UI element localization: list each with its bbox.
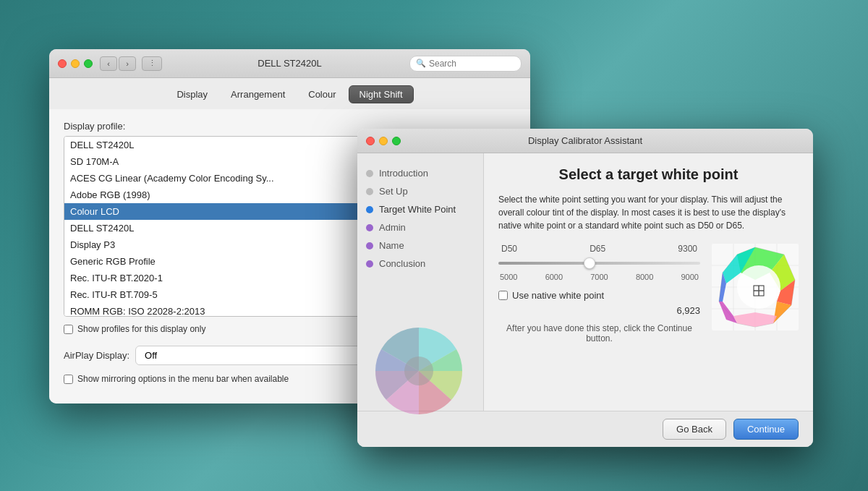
go-back-button[interactable]: Go Back <box>663 419 726 440</box>
tab-display[interactable]: Display <box>166 85 218 103</box>
search-box[interactable]: 🔍 <box>409 56 522 72</box>
step-admin: Admin <box>366 222 475 233</box>
cal-minimize-button[interactable] <box>379 137 388 145</box>
airplay-label: AirPlay Display: <box>64 350 129 361</box>
cal-page-title: Select a target white point <box>498 166 799 183</box>
forward-arrow[interactable]: › <box>119 56 136 71</box>
cal-sidebar: Introduction Set Up Target White Point A… <box>357 153 484 411</box>
cal-traffic-lights <box>366 137 401 145</box>
traffic-lights <box>58 59 93 68</box>
calibrator-window: Display Calibrator Assistant <box>357 129 813 447</box>
svg-point-0 <box>404 356 433 385</box>
minimize-button[interactable] <box>71 59 80 68</box>
native-wp-row: Use native white point <box>498 290 700 301</box>
maximize-button[interactable] <box>84 59 93 68</box>
tick-5000: 5000 <box>500 273 517 281</box>
step-label-introduction: Introduction <box>379 168 428 179</box>
wp-top-labels: D50 D65 9300 <box>498 244 700 254</box>
show-profiles-checkbox[interactable] <box>64 325 73 334</box>
search-icon: 🔍 <box>416 59 426 68</box>
label-9300: 9300 <box>678 244 697 254</box>
step-dot-intro <box>366 170 373 177</box>
cal-window-title: Display Calibrator Assistant <box>528 135 642 146</box>
tick-6000: 6000 <box>545 273 563 281</box>
cal-close-button[interactable] <box>366 137 375 145</box>
white-point-slider[interactable] <box>498 262 700 265</box>
close-button[interactable] <box>58 59 67 68</box>
white-point-section: D50 D65 9300 5000 6000 7000 8000 9000 <box>498 244 799 343</box>
step-dot-name <box>366 242 373 249</box>
continue-button[interactable]: Continue <box>733 419 799 440</box>
tab-colour[interactable]: Colour <box>297 85 346 103</box>
cal-titlebar: Display Calibrator Assistant <box>357 129 813 153</box>
mirroring-checkbox[interactable] <box>64 375 73 384</box>
step-label-conclusion: Conclusion <box>379 258 425 269</box>
mirroring-label: Show mirroring options in the menu bar w… <box>77 374 289 384</box>
step-label-setup: Set Up <box>379 186 408 197</box>
wp-slider-track <box>498 257 700 270</box>
step-label-name: Name <box>379 240 404 251</box>
cal-maximize-button[interactable] <box>392 137 401 145</box>
step-name: Name <box>366 240 475 251</box>
cal-main: Select a target white point Select the w… <box>484 153 813 411</box>
back-arrow[interactable]: ‹ <box>100 56 117 71</box>
search-input[interactable] <box>429 59 515 69</box>
native-wp-checkbox[interactable] <box>498 291 508 300</box>
cie-diagram <box>712 244 799 330</box>
label-d65: D65 <box>590 244 605 254</box>
step-dot-twp <box>366 206 373 213</box>
step-conclusion: Conclusion <box>366 258 475 269</box>
color-wheel-decoration <box>365 317 473 425</box>
native-wp-label: Use native white point <box>512 290 604 301</box>
cal-description: Select the white point setting you want … <box>498 193 799 232</box>
prefs-titlebar: ‹ › ⋮ DELL ST2420L 🔍 <box>49 49 530 78</box>
after-step-text: After you have done this step, click the… <box>498 323 700 343</box>
tick-9000: 9000 <box>681 273 699 281</box>
grid-icon[interactable]: ⋮ <box>142 56 162 71</box>
step-target-white-point: Target White Point <box>366 204 475 215</box>
step-dot-setup <box>366 188 373 195</box>
step-label-twp: Target White Point <box>379 204 456 215</box>
cal-body: Introduction Set Up Target White Point A… <box>357 153 813 411</box>
show-profiles-label: Show profiles for this display only <box>77 324 205 334</box>
nav-arrows: ‹ › <box>100 56 136 71</box>
tab-night-shift[interactable]: Night Shift <box>349 85 414 103</box>
tick-7000: 7000 <box>590 273 608 281</box>
tab-arrangement[interactable]: Arrangement <box>220 85 296 103</box>
wp-value: 6,923 <box>498 305 700 316</box>
slider-area: D50 D65 9300 5000 6000 7000 8000 9000 <box>498 244 700 343</box>
step-dot-conclusion <box>366 260 373 268</box>
prefs-window-title: DELL ST2420L <box>258 58 321 69</box>
step-dot-admin <box>366 224 373 231</box>
step-setup: Set Up <box>366 186 475 197</box>
wp-tick-labels: 5000 6000 7000 8000 9000 <box>498 273 700 281</box>
tick-8000: 8000 <box>636 273 653 281</box>
step-introduction: Introduction <box>366 168 475 179</box>
step-label-admin: Admin <box>379 222 406 233</box>
tabs-bar: Display Arrangement Colour Night Shift <box>49 78 530 109</box>
label-d50: D50 <box>501 244 517 254</box>
